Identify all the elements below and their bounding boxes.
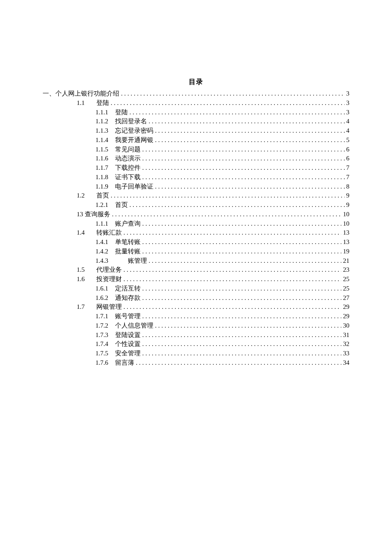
toc-leader bbox=[142, 331, 341, 337]
toc-entry-text: 首页 bbox=[115, 201, 128, 208]
toc-leader bbox=[142, 284, 341, 291]
toc-entry[interactable]: 1.2.1 首页9 bbox=[95, 200, 349, 210]
toc-entry[interactable]: 1.7.6 留言薄34 bbox=[95, 358, 349, 368]
toc-entry[interactable]: 1.4.2 批量转账19 bbox=[95, 247, 349, 256]
toc-entry-page: 25 bbox=[343, 284, 349, 293]
toc-entry-label: 1.2 首页 bbox=[77, 191, 109, 200]
toc-entry-text: 登陆设置 bbox=[115, 331, 141, 338]
toc-entry-label: 一、个人网上银行功能介绍 bbox=[43, 89, 119, 99]
toc-entry-number: 1.7.4 bbox=[95, 340, 113, 349]
toc-entry-page: 30 bbox=[343, 321, 349, 331]
toc-entry[interactable]: 一、个人网上银行功能介绍3 bbox=[43, 89, 349, 99]
toc-entry-page: 29 bbox=[343, 302, 349, 312]
toc-leader bbox=[124, 265, 341, 272]
toc-entry-number: 1.2.1 bbox=[95, 200, 113, 210]
toc-entry-text: 动态演示 bbox=[115, 155, 141, 162]
toc-entry-page: 6 bbox=[346, 145, 350, 154]
toc-entry-number: 1.1.1 bbox=[95, 108, 113, 117]
toc-entry-page: 4 bbox=[346, 117, 350, 126]
page: 目录 一、个人网上银行功能介绍31.1 登陆31.1.1 登陆31.1.2 找回… bbox=[0, 0, 392, 368]
toc-entry[interactable]: 1.4.3 账管理21 bbox=[95, 256, 349, 266]
toc-entry-label: 1.7.2 个人信息管理 bbox=[95, 321, 153, 331]
toc-leader bbox=[142, 340, 341, 346]
toc-entry-page: 4 bbox=[346, 126, 350, 136]
table-of-contents: 一、个人网上银行功能介绍31.1 登陆31.1.1 登陆31.1.2 找回登录名… bbox=[43, 89, 349, 368]
toc-entry-number: 1.1 bbox=[77, 99, 95, 108]
toc-entry-text: 单笔转账 bbox=[115, 238, 141, 245]
toc-entry-label: 1.7.4 个性设置 bbox=[95, 340, 141, 349]
toc-entry-page: 8 bbox=[346, 182, 350, 192]
toc-leader bbox=[142, 173, 345, 179]
toc-entry[interactable]: 1.7 网银管理29 bbox=[77, 302, 349, 312]
toc-entry-label: 1.1.6 动态演示 bbox=[95, 154, 141, 163]
toc-entry[interactable]: 1.1.4 我要开通网银5 bbox=[95, 136, 349, 145]
toc-entry-page: 3 bbox=[346, 89, 350, 99]
toc-entry[interactable]: 1.6.1 定活互转25 bbox=[95, 284, 349, 293]
toc-entry-label: 1.6 投资理财 bbox=[77, 275, 122, 284]
toc-entry-label: 1.6.1 定活互转 bbox=[95, 284, 141, 293]
toc-entry-page: 6 bbox=[346, 154, 350, 163]
toc-entry-page: 29 bbox=[343, 312, 349, 321]
toc-entry[interactable]: 1.4 转账汇款13 bbox=[77, 228, 349, 238]
toc-entry[interactable]: 1.1.7 下载控件7 bbox=[95, 163, 349, 173]
toc-entry[interactable]: 1.7.2 个人信息管理30 bbox=[95, 321, 349, 331]
toc-entry-number: 1.1.9 bbox=[95, 182, 113, 192]
toc-entry-label: 1.1.7 下载控件 bbox=[95, 163, 141, 173]
toc-leader bbox=[124, 228, 341, 235]
toc-entry-text: 电子回单验证 bbox=[115, 183, 153, 190]
toc-entry-number: 1.7.2 bbox=[95, 321, 113, 331]
toc-entry[interactable]: 1.4.1 单笔转账13 bbox=[95, 238, 349, 247]
toc-entry[interactable]: 13 查询服务10 bbox=[77, 210, 349, 219]
toc-entry[interactable]: 1.7.3 登陆设置31 bbox=[95, 331, 349, 340]
toc-entry-number: 1.2 bbox=[77, 191, 95, 200]
toc-entry[interactable]: 1.1.3 忘记登录密码4 bbox=[95, 126, 349, 136]
toc-entry-page: 3 bbox=[346, 108, 350, 117]
toc-entry-text: 证书下载 bbox=[115, 174, 141, 180]
toc-entry-page: 32 bbox=[343, 340, 349, 349]
toc-entry-label: 1.7 网银管理 bbox=[77, 302, 122, 312]
toc-entry-page: 9 bbox=[346, 191, 350, 200]
toc-entry-label: 1.7.6 留言薄 bbox=[95, 358, 134, 368]
toc-entry-label: 13 查询服务 bbox=[77, 210, 110, 219]
toc-entry[interactable]: 1.1.6 动态演示6 bbox=[95, 154, 349, 163]
toc-entry-number: 1.4 bbox=[77, 228, 95, 238]
toc-entry-number: 1.7.3 bbox=[95, 331, 113, 340]
toc-entry-page: 13 bbox=[343, 238, 349, 247]
toc-entry-page: 7 bbox=[346, 173, 350, 182]
toc-entry-number: 1.1.2 bbox=[95, 117, 113, 126]
toc-entry-number: 1.1.6 bbox=[95, 154, 113, 163]
toc-entry[interactable]: 1.1.2 找回登录名4 bbox=[95, 117, 349, 126]
toc-entry-number: 1.1.7 bbox=[95, 163, 113, 173]
toc-entry-text: 留言薄 bbox=[115, 359, 134, 366]
toc-entry-number: 1.1.4 bbox=[95, 136, 113, 145]
toc-entry[interactable]: 1.1.1 账户查询10 bbox=[95, 219, 349, 229]
toc-entry-text: 网银管理 bbox=[96, 303, 122, 310]
toc-entry[interactable]: 1.6 投资理财25 bbox=[77, 275, 349, 284]
toc-entry[interactable]: 1.7.5 安全管理33 bbox=[95, 349, 349, 358]
toc-entry[interactable]: 1.7.4 个性设置32 bbox=[95, 340, 349, 349]
toc-entry-text: 账号管理 bbox=[115, 313, 141, 320]
toc-entry-text: 安全管理 bbox=[115, 350, 141, 357]
toc-entry[interactable]: 1.6.2 通知存款27 bbox=[95, 293, 349, 303]
toc-entry[interactable]: 1.1 登陆3 bbox=[77, 99, 349, 108]
toc-entry-label: 1.1.9 电子回单验证 bbox=[95, 182, 153, 192]
toc-entry-text: 定活互转 bbox=[115, 285, 141, 292]
toc-entry-page: 23 bbox=[343, 265, 349, 275]
toc-entry[interactable]: 1.5 代理业务23 bbox=[77, 265, 349, 275]
toc-entry[interactable]: 1.2 首页9 bbox=[77, 191, 349, 200]
toc-entry-label: 1.1.1 登陆 bbox=[95, 108, 128, 117]
toc-entry[interactable]: 1.1.5 常见问题6 bbox=[95, 145, 349, 154]
toc-entry-page: 5 bbox=[346, 136, 350, 145]
toc-leader bbox=[142, 219, 341, 226]
toc-entry-label: 1.1.2 找回登录名 bbox=[95, 117, 147, 126]
toc-entry[interactable]: 1.1.8 证书下载7 bbox=[95, 173, 349, 182]
toc-entry-label: 1.4 转账汇款 bbox=[77, 228, 122, 238]
toc-entry[interactable]: 1.1.9 电子回单验证8 bbox=[95, 182, 349, 192]
toc-entry-text: 账管理 bbox=[115, 257, 147, 264]
toc-entry-label: 1.1 登陆 bbox=[77, 99, 109, 108]
toc-leader bbox=[142, 349, 341, 355]
toc-leader bbox=[155, 321, 341, 328]
toc-entry-number: 1.7.6 bbox=[95, 358, 113, 368]
toc-entry[interactable]: 1.7.1 账号管理29 bbox=[95, 312, 349, 321]
toc-entry[interactable]: 1.1.1 登陆3 bbox=[95, 108, 349, 117]
